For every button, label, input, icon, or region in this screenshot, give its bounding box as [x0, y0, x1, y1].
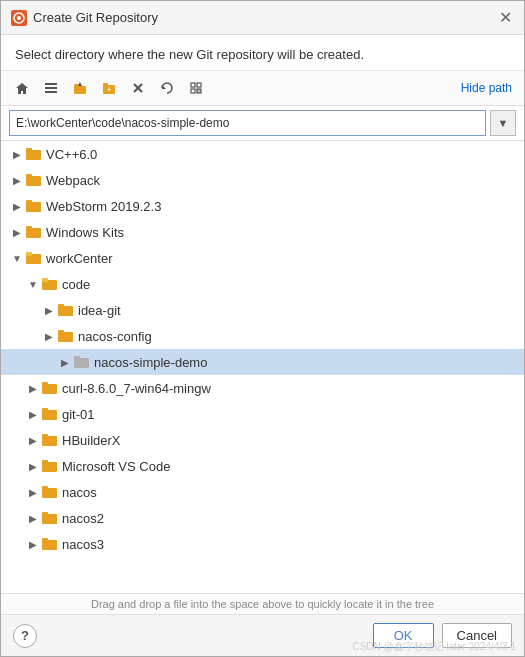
tree-label-git-01: git-01 [62, 407, 95, 422]
svg-rect-32 [58, 304, 64, 308]
tree-item-vscode[interactable]: ▶ Microsoft VS Code [1, 453, 524, 479]
expand-arrow-nacos3: ▶ [25, 539, 41, 550]
svg-rect-16 [197, 83, 201, 87]
tree-item-idea-git[interactable]: ▶ idea-git [1, 297, 524, 323]
tree-label-webstorm: WebStorm 2019.2.3 [46, 199, 161, 214]
tree-item-windowskits[interactable]: ▶ Windows Kits [1, 219, 524, 245]
svg-rect-38 [42, 382, 48, 386]
tree-item-webpack[interactable]: ▶ Webpack [1, 167, 524, 193]
tree-label-hbuilderx: HBuilderX [62, 433, 121, 448]
dialog-title: Create Git Repository [33, 10, 158, 25]
folder-icon-vc [25, 147, 43, 161]
svg-rect-30 [42, 278, 48, 282]
title-bar-left: Create Git Repository [11, 10, 158, 26]
tree-label-nacos-simple-demo: nacos-simple-demo [94, 355, 207, 370]
delete-button[interactable] [125, 75, 151, 101]
tree-item-hbuilderx[interactable]: ▶ HBuilderX [1, 427, 524, 453]
expand-arrow-nacos-config: ▶ [41, 331, 57, 342]
folder-icon-nacos-simple-demo [73, 355, 91, 369]
tree-item-nacos-config[interactable]: ▶ nacos-config [1, 323, 524, 349]
svg-rect-15 [191, 83, 195, 87]
expand-arrow-webpack: ▶ [9, 175, 25, 186]
svg-rect-40 [42, 408, 48, 412]
tree-label-idea-git: idea-git [78, 303, 121, 318]
folder-icon-webstorm [25, 199, 43, 213]
expand-arrow-code: ▼ [25, 279, 41, 290]
svg-rect-42 [42, 434, 48, 438]
list-icon [44, 81, 58, 95]
expand-arrow-vc: ▶ [9, 149, 25, 160]
svg-rect-26 [26, 226, 32, 230]
help-button[interactable]: ? [13, 624, 37, 648]
new-folder-button[interactable]: + [96, 75, 122, 101]
svg-rect-22 [26, 174, 32, 178]
tree-item-nacos[interactable]: ▶ nacos [1, 479, 524, 505]
expand-arrow-idea-git: ▶ [41, 305, 57, 316]
svg-rect-3 [45, 83, 57, 85]
tree-item-nacos-simple-demo[interactable]: ▶ nacos-simple-demo [1, 349, 524, 375]
svg-marker-8 [78, 82, 82, 86]
hide-path-link[interactable]: Hide path [461, 81, 516, 95]
tree-item-vc[interactable]: ▶ VC++6.0 [1, 141, 524, 167]
home-icon [15, 81, 29, 95]
up-folder-button[interactable] [67, 75, 93, 101]
expand-arrow-nacos2: ▶ [25, 513, 41, 524]
tree-label-curl: curl-8.6.0_7-win64-mingw [62, 381, 211, 396]
tree-item-nacos3[interactable]: ▶ nacos3 [1, 531, 524, 557]
expand-arrow-windowskits: ▶ [9, 227, 25, 238]
tree-label-nacos-config: nacos-config [78, 329, 152, 344]
list-view-button[interactable] [38, 75, 64, 101]
folder-icon-webpack [25, 173, 43, 187]
svg-rect-18 [197, 89, 201, 93]
delete-icon [131, 81, 145, 95]
folder-icon-curl [41, 381, 59, 395]
tree-label-nacos3: nacos3 [62, 537, 104, 552]
tree-item-workcenter[interactable]: ▼ workCenter [1, 245, 524, 271]
collapse-all-button[interactable] [183, 75, 209, 101]
collapse-icon [189, 81, 203, 95]
tree-item-webstorm[interactable]: ▶ WebStorm 2019.2.3 [1, 193, 524, 219]
folder-icon-code [41, 277, 59, 291]
svg-rect-34 [58, 330, 64, 334]
svg-rect-46 [42, 486, 48, 490]
up-folder-icon [73, 81, 87, 95]
svg-rect-48 [42, 512, 48, 516]
tree-container[interactable]: ▶ VC++6.0 ▶ Webpack ▶ WebStorm 2019.2.3 … [1, 141, 524, 594]
create-git-repository-dialog: Create Git Repository ✕ Select directory… [0, 0, 525, 657]
svg-rect-36 [74, 356, 80, 360]
tree-label-windowskits: Windows Kits [46, 225, 124, 240]
svg-rect-50 [42, 538, 48, 542]
svg-rect-5 [45, 91, 57, 93]
expand-arrow-vscode: ▶ [25, 461, 41, 472]
path-input[interactable] [9, 110, 486, 136]
svg-rect-28 [26, 252, 32, 256]
folder-icon-git-01 [41, 407, 59, 421]
tree-item-code[interactable]: ▼ code [1, 271, 524, 297]
svg-rect-24 [26, 200, 32, 204]
tree-label-nacos2: nacos2 [62, 511, 104, 526]
description-text: Select directory where the new Git repos… [1, 35, 524, 71]
tree-label-nacos: nacos [62, 485, 97, 500]
folder-icon-idea-git [57, 303, 75, 317]
path-dropdown-button[interactable]: ▼ [490, 110, 516, 136]
expand-arrow-hbuilderx: ▶ [25, 435, 41, 446]
home-button[interactable] [9, 75, 35, 101]
expand-arrow-workcenter: ▼ [9, 253, 25, 264]
watermark: CSDN @鑫宇秒笔记 later 2024/4/3 1 [352, 640, 516, 654]
git-logo-icon [11, 10, 27, 26]
refresh-icon [160, 81, 174, 95]
refresh-button[interactable] [154, 75, 180, 101]
tree-label-webpack: Webpack [46, 173, 100, 188]
close-button[interactable]: ✕ [497, 10, 514, 26]
tree-item-nacos2[interactable]: ▶ nacos2 [1, 505, 524, 531]
tree-item-git-01[interactable]: ▶ git-01 [1, 401, 524, 427]
svg-point-1 [17, 16, 21, 20]
toolbar: + [1, 71, 524, 106]
folder-icon-windowskits [25, 225, 43, 239]
folder-icon-vscode [41, 459, 59, 473]
svg-rect-44 [42, 460, 48, 464]
folder-icon-nacos3 [41, 537, 59, 551]
tree-item-curl[interactable]: ▶ curl-8.6.0_7-win64-mingw [1, 375, 524, 401]
tree-label-code: code [62, 277, 90, 292]
path-row: ▼ [1, 106, 524, 141]
